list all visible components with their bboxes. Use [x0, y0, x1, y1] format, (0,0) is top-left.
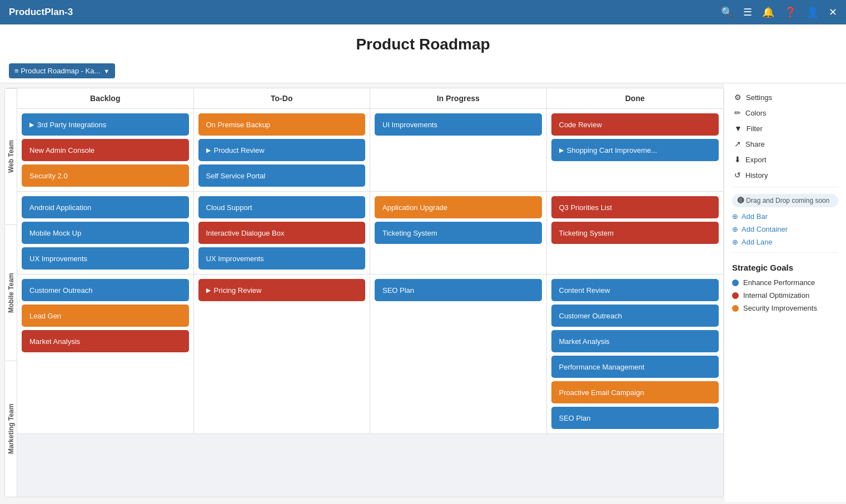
card[interactable]: ▶Product Review: [198, 139, 366, 161]
sidebar-action-label: Export: [745, 156, 767, 164]
card[interactable]: Code Review: [551, 113, 719, 136]
card[interactable]: Customer Outreach: [22, 279, 189, 301]
lane-cell: UI Improvements: [370, 109, 547, 191]
sidebar-divider-2: [732, 252, 838, 253]
lane-label: Mobile Team: [5, 224, 17, 361]
card[interactable]: Ticketing System: [551, 222, 719, 244]
card[interactable]: Cloud Support: [198, 196, 366, 218]
history-icon: ↺: [734, 171, 741, 179]
lane-row: Android ApplicationMobile Mock UpUX Impr…: [17, 192, 723, 275]
lane-cell: Q3 Priorities ListTicketing System: [547, 192, 724, 274]
card[interactable]: New Admin Console: [22, 139, 189, 161]
lane-cell: Cloud SupportInteractive Dialogue BoxUX …: [194, 192, 371, 274]
card-label: Code Review: [559, 121, 602, 129]
chevron-right-icon: ▶: [559, 147, 564, 154]
filter-icon: ▼: [734, 124, 742, 133]
card[interactable]: Ticketing System: [375, 222, 542, 244]
card-label: UI Improvements: [382, 121, 437, 129]
card-label: SEO Plan: [559, 414, 591, 422]
card-label: Product Review: [214, 146, 265, 154]
goal-label: Internal Optimization: [743, 291, 809, 300]
card[interactable]: ▶Pricing Review: [198, 279, 366, 301]
lane-labels: Web TeamMobile TeamMarketing Team: [5, 88, 17, 497]
add-add-container-button[interactable]: ⊕Add Container: [732, 223, 838, 235]
goal-dot: [732, 305, 739, 312]
help-icon[interactable]: ❓: [784, 6, 797, 18]
sidebar-action-share[interactable]: ↗Share: [732, 137, 838, 151]
card-label: Q3 Priorities List: [559, 203, 612, 212]
user-icon[interactable]: 👤: [807, 6, 819, 18]
plus-icon: ⊕: [732, 225, 738, 233]
card-label: Cloud Support: [206, 203, 252, 212]
card-label: Ticketing System: [382, 229, 437, 237]
sidebar-action-export[interactable]: ⬇Export: [732, 152, 838, 167]
card[interactable]: Market Analysis: [551, 330, 719, 352]
close-icon[interactable]: ✕: [829, 6, 837, 18]
card[interactable]: Proactive Email Campaign: [551, 381, 719, 403]
card[interactable]: UX Improvements: [198, 247, 366, 270]
add-item-label: Add Bar: [742, 212, 768, 221]
top-navigation: ProductPlan-3 🔍 ☰ 🔔 ❓ 👤 ✕: [0, 0, 846, 24]
card[interactable]: ▶Shopping Cart Improveme...: [551, 139, 719, 161]
card[interactable]: SEO Plan: [551, 407, 719, 429]
lane-cell: Application UpgradeTicketing System: [370, 192, 547, 274]
page-title: Product Roadmap: [0, 36, 846, 53]
add-add-bar-button[interactable]: ⊕Add Bar: [732, 211, 838, 222]
sidebar-action-history[interactable]: ↺History: [732, 168, 838, 182]
card[interactable]: UI Improvements: [375, 113, 542, 136]
lane-cell: ▶Pricing Review: [194, 275, 371, 433]
card[interactable]: Q3 Priorities List: [551, 196, 719, 218]
settings-icon: ⚙: [734, 93, 742, 102]
sidebar-action-label: History: [745, 171, 768, 179]
sidebar-action-label: Colors: [745, 109, 767, 117]
card[interactable]: Lead Gen: [22, 305, 189, 327]
main-layout: Web TeamMobile TeamMarketing Team Backlo…: [0, 83, 846, 502]
card-label: Ticketing System: [559, 229, 614, 237]
bell-icon[interactable]: 🔔: [762, 6, 774, 18]
column-header: Backlog: [17, 88, 194, 108]
card-label: Android Application: [29, 203, 91, 212]
plus-icon: ⊕: [732, 238, 738, 246]
column-header: Done: [547, 88, 724, 108]
board-selector-button[interactable]: ≡ Product Roadmap - Ka... ▼: [9, 63, 115, 78]
card[interactable]: Self Service Portal: [198, 164, 366, 187]
column-header: In Progress: [370, 88, 547, 108]
card-label: New Admin Console: [29, 146, 94, 154]
lane-cell: Customer OutreachLead GenMarket Analysis: [17, 275, 194, 433]
card[interactable]: SEO Plan: [375, 279, 542, 301]
card[interactable]: On Premise Backup: [198, 113, 366, 136]
nav-icons: 🔍 ☰ 🔔 ❓ 👤 ✕: [721, 6, 837, 18]
goal-item: Security Improvements: [732, 302, 838, 314]
card[interactable]: UX Improvements: [22, 247, 189, 270]
sidebar-action-colors[interactable]: ✏Colors: [732, 106, 838, 120]
chevron-right-icon: ▶: [206, 147, 211, 154]
card[interactable]: Security 2.0: [22, 164, 189, 187]
card[interactable]: Customer Outreach: [551, 305, 719, 327]
lane-cell: Code Review▶Shopping Cart Improveme...: [547, 109, 724, 191]
card[interactable]: Application Upgrade: [375, 196, 542, 218]
card-label: Proactive Email Campaign: [559, 388, 644, 397]
card[interactable]: Market Analysis: [22, 330, 189, 352]
add-add-lane-button[interactable]: ⊕Add Lane: [732, 236, 838, 248]
lane-label: Marketing Team: [5, 361, 17, 497]
columns-wrapper: BacklogTo-DoIn ProgressDone ▶3rd Party I…: [17, 88, 723, 497]
search-icon[interactable]: 🔍: [721, 6, 733, 18]
card-label: Interactive Dialogue Box: [206, 229, 285, 237]
lane-cell: Content ReviewCustomer OutreachMarket An…: [547, 275, 724, 433]
page-header: Product Roadmap: [0, 24, 846, 59]
card-label: Performance Management: [559, 363, 645, 371]
lane-cell: On Premise Backup▶Product ReviewSelf Ser…: [194, 109, 371, 191]
card[interactable]: ▶3rd Party Integrations: [22, 113, 189, 136]
card[interactable]: Mobile Mock Up: [22, 222, 189, 244]
card-label: Shopping Cart Improveme...: [567, 146, 658, 154]
chevron-right-icon: ▶: [206, 287, 211, 294]
sidebar-action-filter[interactable]: ▼Filter: [732, 121, 838, 136]
lane-cell: SEO Plan: [370, 275, 547, 433]
card[interactable]: Performance Management: [551, 356, 719, 378]
menu-icon[interactable]: ☰: [743, 6, 752, 18]
sidebar-action-settings[interactable]: ⚙Settings: [732, 90, 838, 104]
card[interactable]: Android Application: [22, 196, 189, 218]
card[interactable]: Content Review: [551, 279, 719, 301]
card[interactable]: Interactive Dialogue Box: [198, 222, 366, 244]
board-selector-label: ≡ Product Roadmap - Ka...: [14, 67, 100, 75]
